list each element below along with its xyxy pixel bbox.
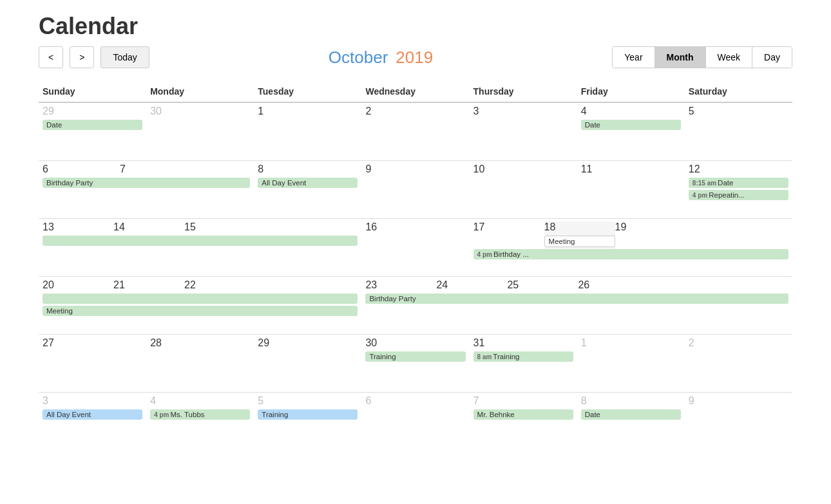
event-allday2[interactable]: All Day Event	[43, 409, 142, 420]
day-cell: 5 Training	[254, 392, 361, 450]
view-week-button[interactable]: Week	[706, 47, 753, 68]
view-year-button[interactable]: Year	[613, 47, 654, 68]
event-4pm-birthday[interactable]: 4 pmBirthday ...	[473, 249, 788, 259]
day-cell: 12 8:15 amDate 4 pmRepeatin...	[685, 160, 792, 218]
day-number: 5	[258, 395, 358, 407]
day-number: 31	[473, 337, 573, 349]
day-cell: 30 Training	[361, 334, 469, 392]
event-spanning[interactable]	[43, 236, 358, 246]
event-training[interactable]: Training	[365, 351, 465, 362]
day-number: 16	[365, 221, 465, 233]
event[interactable]: Date	[581, 120, 681, 130]
day-number: 7	[473, 395, 573, 407]
day-cell: 7 Mr. Behnke	[470, 392, 577, 450]
day-number: 25	[507, 279, 578, 291]
header-tuesday: Tuesday	[254, 81, 361, 102]
header-wednesday: Wednesday	[361, 81, 469, 102]
event-spanning2[interactable]	[43, 294, 358, 304]
day-cell: 10	[470, 160, 577, 218]
week-row: 6 7 Birthday Party 8 All Day Event 9	[39, 160, 792, 218]
day-number: 3	[473, 106, 573, 117]
day-number: 1	[258, 106, 358, 117]
day-cell: 20 21 22 Meeting	[39, 276, 361, 334]
day-cell: 8 Date	[577, 392, 685, 450]
day-cell: 27	[39, 334, 146, 392]
event[interactable]: Date	[43, 120, 142, 130]
day-cell: 9	[685, 392, 792, 450]
day-number: 27	[43, 337, 142, 349]
day-number: 10	[473, 163, 573, 175]
event-8am-date[interactable]: 8:15 amDate	[689, 178, 788, 188]
day-cell: 17 18 Meeting 19 4 pmBirthday ...	[470, 218, 792, 276]
day-number: 18	[544, 221, 615, 233]
day-number: 21	[113, 279, 184, 291]
day-number: 9	[365, 163, 465, 175]
week-row: 29 Date 30 1 2 3 4 Date	[39, 102, 792, 160]
day-number: 15	[184, 221, 255, 233]
day-cell: 4 4 pmMs. Tubbs	[146, 392, 254, 450]
toolbar: < > Today October 2019 Year Month Week D…	[39, 46, 792, 68]
event-4pm-mstubbs[interactable]: 4 pmMs. Tubbs	[150, 409, 250, 420]
day-cell: 29	[254, 334, 361, 392]
view-buttons: Year Month Week Day	[612, 46, 792, 68]
week-row: 27 28 29 30 Training 31 8 amTraining 1	[39, 334, 792, 392]
header-sunday: Sunday	[39, 81, 146, 102]
day-cell: 6 7 Birthday Party	[39, 160, 254, 218]
day-number: 30	[365, 337, 465, 349]
day-cell: 30	[146, 102, 254, 160]
month-year-display: October 2019	[156, 48, 606, 68]
day-number: 12	[689, 163, 788, 175]
calendar-grid: Sunday Monday Tuesday Wednesday Thursday…	[39, 81, 792, 450]
day-number: 3	[43, 395, 142, 407]
header-saturday: Saturday	[685, 81, 792, 102]
day-cell: 1	[577, 334, 685, 392]
day-number: 8	[581, 395, 681, 407]
day-number: 11	[581, 163, 681, 175]
event-8am-training[interactable]: 8 amTraining	[473, 351, 573, 362]
event-training2[interactable]: Training	[258, 409, 358, 420]
day-number: 4	[150, 395, 250, 407]
year-label: 2019	[396, 48, 433, 68]
event-birthday-party2[interactable]: Birthday Party	[365, 294, 788, 304]
day-number: 30	[150, 106, 250, 117]
event-meeting2[interactable]: Meeting	[43, 306, 358, 316]
day-number: 24	[436, 279, 507, 291]
day-cell: 3 All Day Event	[39, 392, 146, 450]
day-number: 8	[258, 163, 358, 175]
prev-button[interactable]: <	[39, 46, 63, 68]
day-number: 23	[365, 279, 436, 291]
week-row: 3 All Day Event 4 4 pmMs. Tubbs 5 Traini…	[39, 392, 792, 450]
day-cell: 8 All Day Event	[254, 160, 361, 218]
day-cell: 1	[254, 102, 361, 160]
event-all-day[interactable]: All Day Event	[258, 178, 358, 188]
day-cell: 4 Date	[577, 102, 685, 160]
day-number: 5	[689, 106, 788, 117]
month-label: October	[329, 48, 388, 68]
day-cell: 3	[470, 102, 577, 160]
day-cell: 6	[361, 392, 469, 450]
event-date2[interactable]: Date	[581, 409, 681, 420]
day-number: 28	[150, 337, 250, 349]
day-cell: 9	[361, 160, 469, 218]
day-number: 2	[365, 106, 465, 117]
day-number: 26	[578, 279, 649, 291]
event-meeting[interactable]: Meeting	[544, 236, 615, 247]
day-number: 19	[615, 221, 686, 233]
day-number: 17	[473, 221, 544, 233]
day-number: 29	[258, 337, 358, 349]
day-cell: 2	[685, 334, 792, 392]
week-row: 13 14 15 16 17 18 Meeting 19	[39, 218, 792, 276]
view-day-button[interactable]: Day	[752, 47, 792, 68]
day-cell: 16	[361, 218, 469, 276]
next-button[interactable]: >	[70, 46, 94, 68]
today-button[interactable]: Today	[100, 46, 149, 68]
header-thursday: Thursday	[470, 81, 577, 102]
day-cell: 5	[685, 102, 792, 160]
week-row: 20 21 22 Meeting 23 24 25 26 Birthday Pa…	[39, 276, 792, 334]
event-4pm-repeat[interactable]: 4 pmRepeatin...	[689, 190, 788, 200]
view-month-button[interactable]: Month	[655, 47, 706, 68]
event-mrbehnke[interactable]: Mr. Behnke	[473, 409, 573, 420]
day-cell: 31 8 amTraining	[470, 334, 577, 392]
page-title: Calendar	[0, 0, 831, 46]
event-birthday-party[interactable]: Birthday Party	[43, 178, 250, 188]
